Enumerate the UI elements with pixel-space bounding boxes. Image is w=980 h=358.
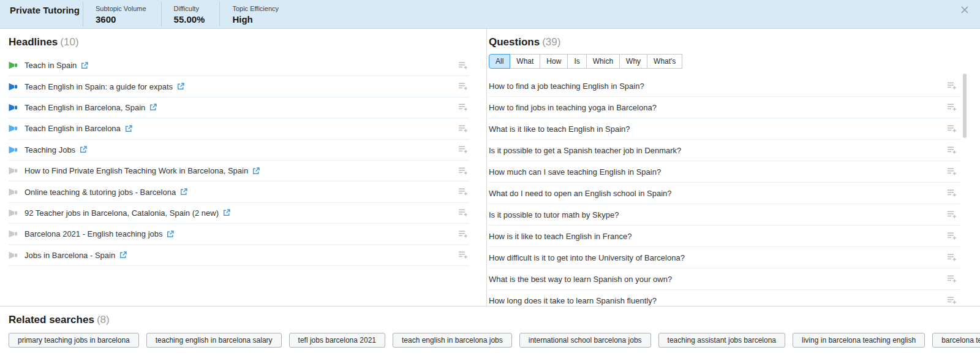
related-search-chip[interactable]: living in barcelona teaching english [793,333,925,348]
headline-row: Jobs in Barcelona - Spain [9,245,469,266]
add-to-list-icon[interactable] [458,208,468,217]
topic-stats: Subtopic Volume 3600 Difficulty 55.00% T… [83,0,293,28]
add-to-list-icon[interactable] [458,103,468,112]
topic-header: Private Tutoring Subtopic Volume 3600 Di… [0,0,980,29]
add-to-list-icon[interactable] [947,189,957,197]
add-to-list-icon[interactable] [947,253,957,262]
topic-stat: Difficulty 55.00% [161,2,220,26]
question-text[interactable]: How to find jobs in teaching yoga in Bar… [489,103,657,112]
headline-link[interactable]: How to Find Private English Teaching Wor… [24,166,248,175]
megaphone-icon [9,167,18,175]
megaphone-icon [9,83,18,91]
external-link-icon[interactable] [125,125,132,132]
external-link-icon[interactable] [81,62,88,69]
stat-label: Subtopic Volume [96,5,146,13]
questions-title-text: Questions [489,36,540,48]
megaphone-icon [9,209,18,217]
question-row: How difficult is it to get into the Univ… [489,247,960,268]
external-link-icon[interactable] [167,230,174,238]
question-filter-tab[interactable]: Is [567,54,586,69]
scrollbar-thumb[interactable] [963,74,967,138]
related-search-chip[interactable]: teaching english in barcelona salary [146,333,282,348]
megaphone-icon [9,230,18,238]
add-to-list-icon[interactable] [458,145,468,154]
add-to-list-icon[interactable] [947,103,957,112]
add-to-list-icon[interactable] [947,296,957,305]
headline-link[interactable]: Jobs in Barcelona - Spain [24,251,115,260]
questions-panel: Questions(39) All What How Is Which Why … [489,29,960,307]
question-text[interactable]: How long does it take to learn Spanish f… [489,296,657,305]
question-row: How long does it take to learn Spanish f… [489,290,960,307]
add-to-list-icon[interactable] [947,275,957,283]
question-filter-tab[interactable]: Which [586,54,620,69]
headline-link[interactable]: Barcelona 2021 - English teaching jobs [24,229,162,238]
question-text[interactable]: What is the best way to learn Spanish on… [489,275,672,284]
add-to-list-icon[interactable] [947,210,957,219]
related-search-chip[interactable]: barcelona tefl teachers association [932,333,980,348]
headline-link[interactable]: Teach English in Barcelona, Spain [24,103,145,112]
add-to-list-icon[interactable] [458,124,468,133]
question-text[interactable]: How to find a job teaching English in Sp… [489,82,644,91]
related-search-chip[interactable]: international school barcelona jobs [519,333,651,348]
stat-value: High [232,14,279,25]
question-text[interactable]: Is it possible to tutor math by Skype? [489,210,619,219]
megaphone-icon [9,61,18,69]
related-search-chip[interactable]: teach english in barcelona jobs [393,333,512,348]
add-to-list-icon[interactable] [458,251,468,259]
add-to-list-icon[interactable] [947,167,957,176]
question-row: How to find jobs in teaching yoga in Bar… [489,97,960,118]
external-link-icon[interactable] [223,209,230,216]
question-filter-tab[interactable]: All [489,54,510,69]
question-text[interactable]: Is it possible to get a Spanish teacher … [489,146,681,155]
add-to-list-icon[interactable] [458,230,468,238]
related-title-text: Related searches [9,314,94,326]
add-to-list-icon[interactable] [947,124,957,133]
headline-link[interactable]: Teach English in Spain: a guide for expa… [24,82,173,91]
add-to-list-icon[interactable] [947,82,957,90]
close-button[interactable] [959,4,971,16]
question-text[interactable]: What is it like to teach English in Spai… [489,124,630,134]
add-to-list-icon[interactable] [458,61,468,70]
megaphone-icon [9,104,18,112]
external-link-icon[interactable] [177,83,184,90]
question-text[interactable]: How is it like to teach English in Franc… [489,232,631,241]
related-search-chip[interactable]: teaching assistant jobs barcelona [658,333,785,348]
question-text[interactable]: How difficult is it to get into the Univ… [489,253,685,262]
add-to-list-icon[interactable] [458,188,468,196]
related-search-chip[interactable]: primary teaching jobs in barcelona [9,333,139,348]
headlines-title-text: Headlines [9,36,58,48]
external-link-icon[interactable] [80,146,87,153]
headline-row: How to Find Private English Teaching Wor… [9,161,469,181]
add-to-list-icon[interactable] [458,82,468,91]
question-filter-tab[interactable]: What's [647,54,682,69]
stat-label: Difficulty [174,5,205,13]
add-to-list-icon[interactable] [458,167,468,175]
question-text[interactable]: How much can I save teaching English in … [489,167,661,177]
headline-link[interactable]: 92 Teacher jobs in Barcelona, Catalonia,… [24,208,219,218]
topic-stat: Subtopic Volume 3600 [83,2,161,26]
headline-link[interactable]: Online teaching & tutoring jobs - Barcel… [24,188,176,197]
question-row: What do I need to open an English school… [489,183,960,204]
external-link-icon[interactable] [252,167,260,175]
headline-row: Teach English in Barcelona [9,118,469,139]
question-row: Is it possible to get a Spanish teacher … [489,140,960,161]
question-row: What is it like to teach English in Spai… [489,118,960,140]
question-text[interactable]: What do I need to open an English school… [489,189,672,198]
headline-link[interactable]: Teach in Spain [24,61,77,70]
question-filter-tab[interactable]: How [540,54,568,69]
question-filter-tab[interactable]: Why [619,54,647,69]
headline-link[interactable]: Teaching Jobs [24,145,75,154]
headlines-title: Headlines(10) [9,36,469,48]
related-search-chip[interactable]: tefl jobs barcelona 2021 [289,333,385,348]
close-icon [960,6,969,14]
stat-value: 3600 [96,14,146,25]
headline-row: Teach in Spain [9,55,469,76]
headline-link[interactable]: Teach English in Barcelona [24,124,121,133]
headline-row: Teach English in Barcelona, Spain [9,97,469,118]
external-link-icon[interactable] [119,251,127,259]
question-filter-tab[interactable]: What [510,54,540,69]
add-to-list-icon[interactable] [947,146,957,154]
external-link-icon[interactable] [180,188,187,196]
external-link-icon[interactable] [149,104,157,111]
add-to-list-icon[interactable] [947,232,957,240]
